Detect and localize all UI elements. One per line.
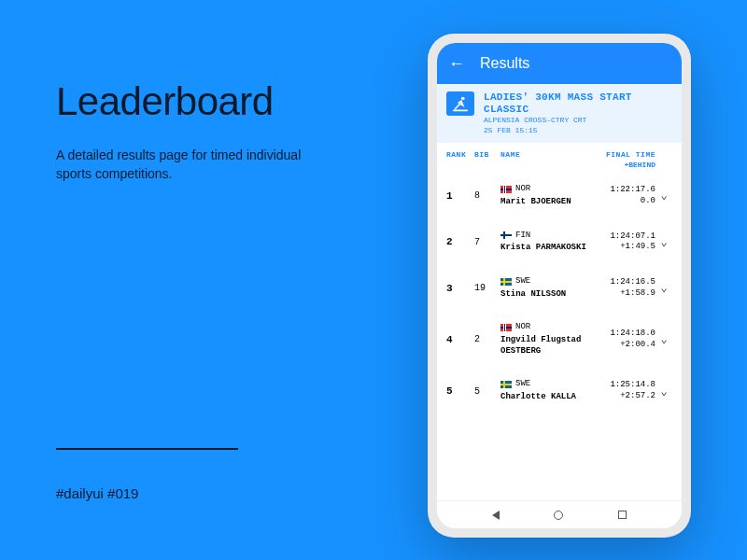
android-navbar: [437, 500, 682, 528]
rank: 3: [446, 283, 474, 294]
divider: [56, 448, 238, 450]
event-title: LADIES' 30KM MASS START CLASSIC: [484, 91, 672, 116]
rank: 2: [446, 236, 474, 247]
table-header: RANK BIB NAME FINAL TIME: [437, 143, 682, 162]
col-rank: RANK: [446, 150, 474, 159]
athlete-name: Krista PARMAKOSKI: [500, 243, 590, 254]
event-datetime: 25 FEB 15:15: [484, 126, 672, 135]
behind: +1:58.9: [590, 288, 655, 300]
device-frame: ← Results LADIES' 30KM MASS START CLASSI…: [428, 34, 691, 538]
behind: 0.0: [590, 196, 655, 207]
behind: +1:49.5: [590, 242, 655, 253]
final-time: 1:25:14.8: [590, 380, 655, 391]
athlete-cell: NORMarit BJOERGEN: [500, 184, 590, 207]
bib: 5: [474, 386, 500, 397]
nav-home-icon[interactable]: [554, 511, 563, 520]
country-code: SWE: [515, 276, 530, 287]
athlete-name: Ingvild Flugstad OESTBERG: [500, 335, 590, 357]
bib: 7: [474, 237, 500, 247]
flag-icon: [500, 278, 512, 286]
country-code: NOR: [515, 184, 530, 195]
country-code: SWE: [515, 379, 530, 390]
nav-recent-icon[interactable]: [618, 511, 627, 519]
chevron-down-icon[interactable]: ⌄: [655, 281, 672, 295]
final-time: 1:24:16.5: [590, 277, 655, 288]
ski-icon: [446, 91, 474, 116]
final-time: 1:24:07.1: [590, 231, 655, 243]
final-time: 1:22:17.6: [590, 185, 655, 196]
time-cell: 1:22:17.60.0: [590, 185, 655, 206]
event-venue: ALPENSIA CROSS-CTRY CRT: [484, 116, 672, 125]
time-cell: 1:25:14.8+2:57.2: [590, 380, 655, 401]
result-row[interactable]: 42NORIngvild Flugstad OESTBERG1:24:18.0+…: [437, 311, 682, 368]
chevron-down-icon[interactable]: ⌄: [655, 235, 672, 249]
time-cell: 1:24:16.5+1:58.9: [590, 277, 655, 299]
flag-icon: [500, 231, 512, 239]
behind: +2:57.2: [590, 391, 655, 402]
bib: 19: [474, 283, 500, 293]
back-icon[interactable]: ←: [448, 55, 465, 72]
event-header: LADIES' 30KM MASS START CLASSIC ALPENSIA…: [437, 84, 682, 143]
athlete-name: Marit BJOERGEN: [500, 197, 590, 208]
athlete-cell: SWEStina NILSSON: [500, 276, 590, 300]
rank: 1: [446, 190, 474, 202]
athlete-cell: NORIngvild Flugstad OESTBERG: [500, 322, 590, 357]
athlete-name: Stina NILSSON: [500, 289, 590, 301]
flag-icon: [500, 186, 512, 193]
time-cell: 1:24:18.0+2:00.4: [590, 329, 655, 350]
rank: 5: [446, 385, 474, 397]
nav-back-icon[interactable]: [492, 511, 500, 520]
athlete-cell: SWECharlotte KALLA: [500, 379, 590, 402]
rank: 4: [446, 334, 474, 345]
result-row[interactable]: 319SWEStina NILSSON1:24:16.5+1:58.9⌄: [437, 265, 682, 311]
flag-icon: [500, 381, 512, 388]
col-time: FINAL TIME: [590, 150, 655, 159]
screen: ← Results LADIES' 30KM MASS START CLASSI…: [437, 43, 682, 528]
result-row[interactable]: 55SWECharlotte KALLA1:25:14.8+2:57.2⌄: [437, 368, 682, 413]
flag-icon: [500, 324, 512, 331]
svg-point-0: [461, 97, 465, 101]
country-code: NOR: [515, 322, 530, 333]
col-behind: +BEHIND: [437, 161, 682, 169]
appbar: ← Results: [437, 43, 682, 84]
result-row[interactable]: 27FINKrista PARMAKOSKI1:24:07.1+1:49.5⌄: [437, 219, 682, 265]
bib: 2: [474, 334, 500, 344]
bib: 8: [474, 190, 500, 201]
page-description: A detailed results page for timed indivi…: [56, 147, 336, 183]
athlete-name: Charlotte KALLA: [500, 392, 590, 403]
page-title: Leaderboard: [56, 79, 336, 124]
chevron-down-icon[interactable]: ⌄: [655, 189, 672, 203]
col-bib: BIB: [474, 150, 500, 159]
results-list[interactable]: 18NORMarit BJOERGEN1:22:17.60.0⌄27FINKri…: [437, 173, 682, 500]
final-time: 1:24:18.0: [590, 329, 655, 340]
result-row[interactable]: 18NORMarit BJOERGEN1:22:17.60.0⌄: [437, 173, 682, 218]
behind: +2:00.4: [590, 340, 655, 351]
time-cell: 1:24:07.1+1:49.5: [590, 231, 655, 253]
athlete-cell: FINKrista PARMAKOSKI: [500, 231, 590, 254]
hashtags: #dailyui #019: [56, 485, 138, 501]
chevron-down-icon[interactable]: ⌄: [655, 385, 672, 399]
chevron-down-icon[interactable]: ⌄: [655, 332, 672, 346]
appbar-title: Results: [480, 55, 529, 72]
country-code: FIN: [515, 231, 530, 242]
col-name: NAME: [500, 150, 590, 159]
